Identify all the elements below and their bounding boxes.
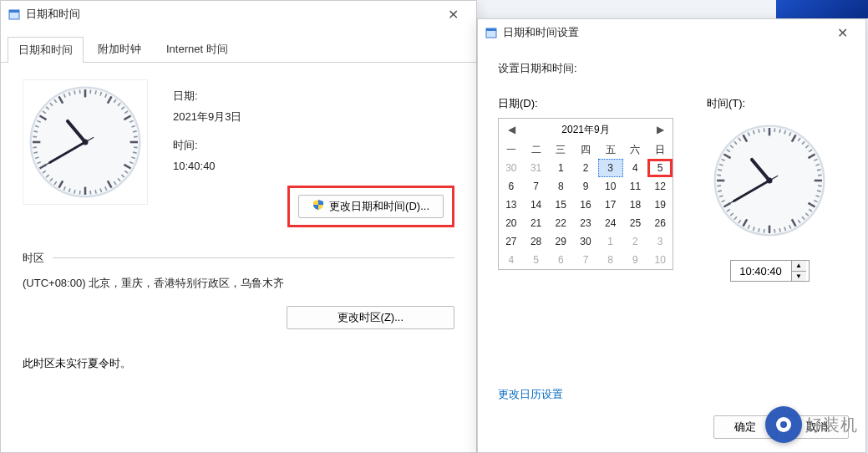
- calendar-dow: 三: [548, 140, 573, 159]
- svg-line-128: [759, 129, 759, 133]
- calendar-day[interactable]: 30: [573, 232, 598, 251]
- dst-info: 此时区未实行夏令时。: [23, 356, 454, 371]
- calendar-day[interactable]: 9: [573, 177, 598, 196]
- prev-month-button[interactable]: ◀: [504, 122, 519, 137]
- time-spinner[interactable]: ▲ ▼: [730, 260, 810, 282]
- calendar-day[interactable]: 22: [548, 214, 573, 232]
- time-value: 10:40:40: [173, 156, 454, 177]
- svg-point-66: [83, 140, 89, 145]
- svg-line-61: [74, 90, 75, 94]
- calendar-day[interactable]: 3: [647, 232, 673, 251]
- calendar-day[interactable]: 11: [623, 177, 648, 196]
- spinner-up-button[interactable]: ▲: [792, 261, 806, 272]
- highlight-box-change-datetime: 更改日期和时间(D)...: [287, 186, 454, 227]
- calendar-day[interactable]: 30: [499, 159, 524, 177]
- calendar-day[interactable]: 13: [499, 196, 524, 214]
- calendar-day[interactable]: 14: [524, 196, 549, 214]
- timezone-value: (UTC+08:00) 北京，重庆，香港特别行政区，乌鲁木齐: [23, 276, 454, 291]
- change-datetime-button[interactable]: 更改日期和时间(D)...: [298, 195, 444, 218]
- calendar-day[interactable]: 29: [548, 232, 573, 251]
- date-value: 2021年9月3日: [173, 107, 454, 128]
- date-time-settings-window: 日期和时间设置 ✕ 设置日期和时间: 日期(D): ◀ 2021年9月 ▶ 一二…: [477, 18, 866, 453]
- change-datetime-label: 更改日期和时间(D)...: [329, 199, 429, 214]
- calendar-day[interactable]: 3: [598, 159, 623, 177]
- svg-line-72: [779, 129, 780, 133]
- calendar-day[interactable]: 28: [524, 232, 549, 251]
- calendar-day[interactable]: 27: [499, 232, 524, 251]
- calendar-day[interactable]: 2: [573, 159, 598, 177]
- calendar-day[interactable]: 4: [499, 251, 524, 269]
- window-title: 日期和时间设置: [503, 25, 579, 40]
- close-button[interactable]: ✕: [436, 3, 470, 26]
- svg-line-35: [74, 190, 75, 194]
- calendar-day[interactable]: 21: [524, 214, 549, 232]
- calendar-day[interactable]: 17: [598, 196, 623, 214]
- calendar-day[interactable]: 8: [548, 177, 573, 196]
- date-label: 日期:: [173, 86, 454, 107]
- title-bar: 日期和时间设置 ✕: [478, 19, 865, 46]
- calendar-day[interactable]: 24: [598, 214, 623, 232]
- calendar-day[interactable]: 7: [573, 251, 598, 269]
- svg-line-20: [133, 152, 137, 153]
- calendar-day[interactable]: 5: [524, 251, 549, 269]
- date-label: 日期(D):: [498, 96, 673, 111]
- calendar-day[interactable]: 12: [647, 177, 673, 196]
- change-timezone-button[interactable]: 更改时区(Z)...: [287, 306, 454, 329]
- change-calendar-settings-link[interactable]: 更改日历设置: [498, 387, 563, 402]
- svg-line-50: [33, 131, 38, 132]
- timezone-header-label: 时区: [23, 251, 44, 266]
- tab-bar: 日期和时间 附加时钟 Internet 时间: [1, 28, 476, 63]
- calendar-day[interactable]: 26: [647, 214, 673, 232]
- calendar-day[interactable]: 6: [499, 177, 524, 196]
- calendar-day[interactable]: 19: [647, 196, 673, 214]
- calendar-day[interactable]: 23: [573, 214, 598, 232]
- calendar-days-grid: 3031123456789101112131415161718192021222…: [499, 159, 673, 269]
- watermark-text: 好装机: [805, 414, 858, 436]
- calendar-dow: 五: [598, 140, 623, 159]
- window-title: 日期和时间: [26, 7, 80, 22]
- calendar-day[interactable]: 5: [647, 159, 673, 177]
- calendar-day[interactable]: 4: [623, 159, 648, 177]
- svg-line-102: [759, 228, 759, 232]
- calendar-day[interactable]: 7: [524, 177, 549, 196]
- datetime-icon: [8, 8, 21, 21]
- calendar-day[interactable]: 15: [548, 196, 573, 214]
- tab-internet-time[interactable]: Internet 时间: [155, 36, 239, 62]
- calendar-day[interactable]: 25: [623, 214, 648, 232]
- analog-clock: [23, 79, 148, 205]
- title-bar: 日期和时间 ✕: [1, 1, 476, 28]
- calendar-day[interactable]: 18: [623, 196, 648, 214]
- next-month-button[interactable]: ▶: [652, 122, 667, 137]
- calendar-day[interactable]: 8: [598, 251, 623, 269]
- calendar-day[interactable]: 1: [598, 232, 623, 251]
- svg-line-113: [718, 191, 722, 191]
- tab-additional-clocks[interactable]: 附加时钟: [87, 36, 152, 62]
- close-button[interactable]: ✕: [825, 21, 859, 44]
- calendar-day[interactable]: 9: [623, 251, 648, 269]
- spinner-down-button[interactable]: ▼: [792, 272, 806, 282]
- svg-point-133: [767, 178, 773, 184]
- calendar-day[interactable]: 10: [647, 251, 673, 269]
- calendar-day[interactable]: 6: [548, 251, 573, 269]
- calendar-day[interactable]: 2: [623, 232, 648, 251]
- calendar-title: 2021年9月: [561, 123, 609, 137]
- calendar-day[interactable]: 31: [524, 159, 549, 177]
- divider: [53, 257, 454, 258]
- calendar-dow: 一: [499, 140, 524, 159]
- date-column: 日期(D): ◀ 2021年9月 ▶ 一二三四五六日 3031123456789…: [498, 96, 673, 270]
- time-label: 时间(T):: [707, 96, 832, 111]
- calendar-dow: 日: [647, 140, 673, 159]
- tab-datetime[interactable]: 日期和时间: [8, 37, 84, 63]
- calendar-day[interactable]: 10: [598, 177, 623, 196]
- time-input[interactable]: [731, 261, 791, 281]
- svg-line-117: [718, 170, 722, 171]
- calendar-day[interactable]: 1: [548, 159, 573, 177]
- calendar-day[interactable]: 16: [573, 196, 598, 214]
- calendar-dow: 二: [524, 140, 549, 159]
- calendar-day[interactable]: 20: [499, 214, 524, 232]
- calendar-dow: 六: [623, 140, 648, 159]
- shield-icon: [312, 199, 324, 213]
- calendar-dow-row: 一二三四五六日: [499, 140, 673, 159]
- time-label: 时间:: [173, 135, 454, 156]
- date-time-window: 日期和时间 ✕ 日期和时间 附加时钟 Internet 时间 日期: 2021年…: [0, 0, 477, 453]
